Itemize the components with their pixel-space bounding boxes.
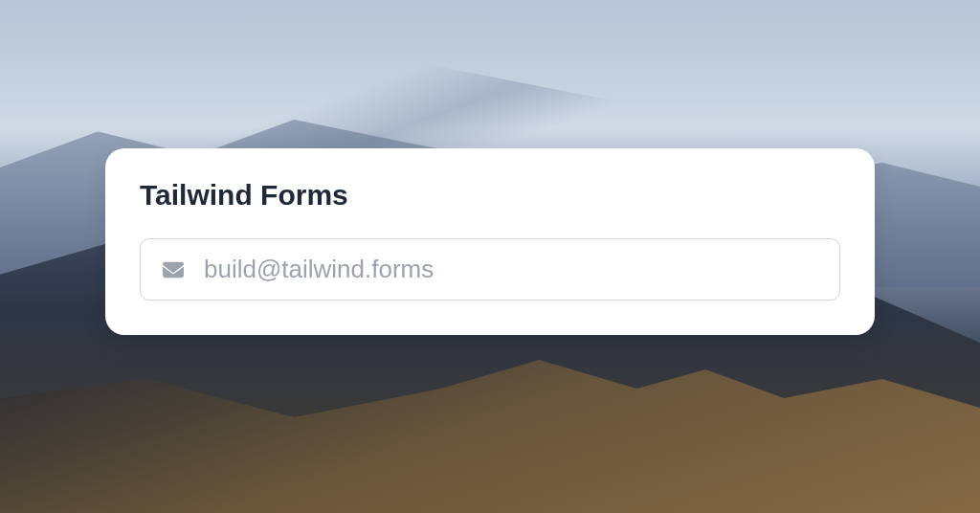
form-card: Tailwind Forms: [105, 148, 875, 335]
email-field[interactable]: [204, 255, 820, 284]
email-input-wrapper[interactable]: [140, 238, 840, 301]
card-title: Tailwind Forms: [140, 179, 840, 212]
envelope-icon: [160, 259, 187, 280]
